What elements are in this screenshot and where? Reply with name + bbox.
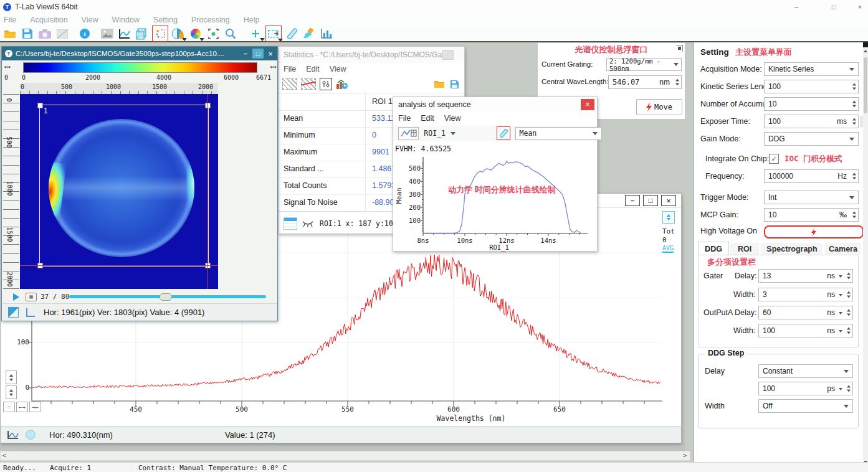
analysis-close-button[interactable]: ×	[581, 99, 594, 110]
statistics-titlebar[interactable]: Statistics - *C:/Users/bj-te/Desktop/ISC…	[279, 47, 464, 63]
mcp-up[interactable]	[852, 212, 856, 214]
brush-icon[interactable]	[302, 26, 317, 41]
colorbar-right-arrows[interactable]: ←→	[270, 63, 275, 71]
wavelength-decrement-button[interactable]	[675, 83, 679, 86]
panel-scrollbar[interactable]	[863, 42, 868, 472]
frequency-input[interactable]: 100000Hz	[764, 169, 859, 183]
gater-delay-input[interactable]: 13ns	[758, 269, 853, 283]
outputa-delay-down[interactable]	[847, 314, 851, 316]
picture-icon[interactable]	[100, 26, 115, 41]
minimize-button[interactable]: –	[791, 2, 802, 12]
image-maximize-button[interactable]: □	[252, 49, 264, 59]
colormap-bar[interactable]	[23, 62, 257, 73]
outputa-width-up[interactable]	[847, 328, 851, 330]
y-pan-stepper[interactable]	[6, 385, 17, 399]
tab-spectrograph[interactable]: Spectrograph	[761, 243, 823, 255]
menu-help[interactable]: Help	[244, 16, 260, 24]
exposure-up[interactable]	[852, 118, 856, 121]
tab-ddg[interactable]: DDG	[698, 242, 729, 255]
play-button[interactable]	[13, 293, 19, 301]
horizontal-scrollbar[interactable]: < >	[0, 451, 690, 461]
y-zoom-stepper[interactable]	[6, 371, 17, 384]
colorbar-left-arrows[interactable]: ←→	[4, 63, 9, 71]
trigger-mode-select[interactable]: Int	[764, 191, 859, 204]
accumulation-down[interactable]	[852, 105, 856, 108]
image-canvas[interactable]: 1	[20, 94, 218, 289]
close-button[interactable]: ×	[854, 2, 866, 12]
edit-curve-icon[interactable]	[497, 126, 510, 140]
kinetic-length-up[interactable]	[852, 83, 856, 86]
outputa-width-input[interactable]: 100ns	[758, 324, 853, 337]
analysis-titlebar[interactable]: analysis of sequence ×	[393, 97, 597, 112]
outputa-delay-input[interactable]: 60ns	[758, 306, 853, 319]
pie-lock-icon[interactable]	[171, 26, 186, 41]
save-icon[interactable]	[20, 26, 35, 41]
restore-panel-icon[interactable]	[676, 45, 683, 52]
kinetic-length-input[interactable]: 100	[764, 80, 859, 93]
gater-width-input[interactable]: 3ns	[758, 288, 853, 301]
image-titlebar[interactable]: T C:/Users/bj-te/Desktop/ISCMOS/Gate3500…	[2, 47, 277, 60]
accumulation-up[interactable]	[852, 101, 856, 103]
zoom-icon[interactable]	[223, 26, 238, 41]
outputa-width-down[interactable]	[847, 332, 851, 334]
menu-view[interactable]: View	[82, 16, 98, 24]
exposure-time-input[interactable]: 100ms	[764, 115, 859, 128]
scrollbar-up-arrow[interactable]	[864, 50, 867, 52]
camera-icon[interactable]	[37, 26, 52, 41]
eye-icon[interactable]	[302, 220, 313, 227]
analysis-menu-edit[interactable]: Edit	[421, 114, 434, 123]
side-panel-avg-button[interactable]: AVG	[662, 245, 674, 253]
central-wavelength-input[interactable]: 546.07 nm	[608, 75, 682, 89]
menu-file[interactable]: File	[4, 16, 16, 24]
focus-icon[interactable]	[206, 26, 221, 41]
pencil-icon[interactable]	[284, 26, 299, 41]
gater-delay-down[interactable]	[847, 277, 851, 280]
menu-acquisition[interactable]: Acquisition	[30, 16, 67, 24]
histogram-icon[interactable]	[319, 26, 334, 41]
analysis-roi-select[interactable]: ROI_1	[424, 129, 455, 138]
frequency-up[interactable]	[852, 173, 856, 176]
ddg-step-down[interactable]	[847, 390, 851, 392]
roi-hatch-remove-icon[interactable]	[301, 78, 316, 90]
shrink-x-button[interactable]: →←	[29, 402, 41, 412]
tab-camera[interactable]: Camera	[825, 243, 861, 255]
ddg-step-up[interactable]	[847, 385, 851, 388]
outputa-delay-up[interactable]	[847, 309, 851, 312]
statistics-menu-file[interactable]: File	[284, 65, 296, 73]
analysis-metric-select[interactable]: Mean	[515, 127, 602, 140]
gater-delay-up[interactable]	[847, 273, 851, 275]
gain-mode-select[interactable]: DDG	[764, 132, 859, 146]
roi-rectangle[interactable]: 1	[39, 105, 209, 267]
frame-slider-handle[interactable]	[160, 293, 172, 301]
statistics-menu-edit[interactable]: Edit	[306, 65, 320, 73]
image-minimize-button[interactable]: –	[240, 49, 251, 59]
ddg-step-delay-select[interactable]: Constant	[758, 364, 853, 378]
curve-mode-icon[interactable]	[7, 430, 19, 440]
autoscale-icon[interactable]	[662, 211, 675, 224]
fit-view-button[interactable]: ⁘	[3, 402, 15, 412]
analysis-menu-file[interactable]: File	[398, 114, 411, 123]
cube-3d-icon[interactable]	[135, 26, 150, 41]
mcp-gain-input[interactable]: 10‰	[764, 208, 859, 222]
plot-type-icon[interactable]	[398, 127, 419, 140]
tab-roi[interactable]: ROI	[730, 243, 759, 255]
ddg-step-width-select[interactable]: Off	[758, 399, 853, 413]
frame-mode-icon[interactable]: ▦	[26, 293, 37, 301]
statistics-save-icon[interactable]	[450, 80, 459, 89]
roi-handle-nw[interactable]	[37, 103, 43, 108]
statistics-open-icon[interactable]	[434, 80, 445, 89]
axes-icon[interactable]	[26, 308, 35, 317]
info-icon[interactable]: i	[77, 26, 92, 41]
scroll-right-arrow[interactable]: >	[683, 452, 687, 459]
chart-export-icon[interactable]	[336, 79, 348, 90]
scroll-left-arrow[interactable]: <	[2, 452, 6, 459]
statistics-menu-view[interactable]: View	[330, 65, 346, 73]
gater-width-down[interactable]	[847, 296, 851, 298]
move-button[interactable]: Move	[636, 99, 682, 115]
maximize-button[interactable]: □	[828, 2, 839, 12]
mcp-down[interactable]	[852, 216, 856, 219]
kinetic-length-down[interactable]	[852, 88, 856, 90]
ddg-step-size-input[interactable]: 100ps	[758, 382, 853, 395]
acquisition-mode-select[interactable]: Kinetic Series	[764, 62, 859, 76]
analysis-menu-view[interactable]: View	[444, 114, 461, 123]
